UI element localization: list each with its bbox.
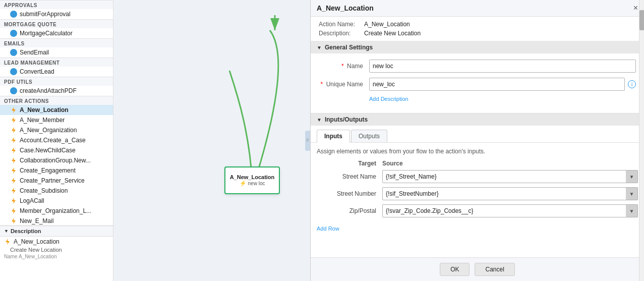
sidebar-section-other-actions: OTHER ACTIONS [0,96,113,105]
sidebar-item-create-partner-service[interactable]: Create_Partner_Service [0,176,113,186]
sidebar-item-label: A_New_Member [20,117,65,124]
sidebar-section-pdf-utils: PDF UTILS [0,77,113,86]
tabs-row: Inputs Outputs [311,126,644,143]
blue-circle-icon [10,49,17,56]
sidebar-item-a-new-member[interactable]: A_New_Member [0,115,113,125]
required-star: * [341,63,344,70]
flow-node-title: A_New_Location [230,174,275,180]
tab-outputs[interactable]: Outputs [351,130,387,142]
required-star: * [321,81,323,88]
source-header: Source [382,160,638,167]
bolt-icon [10,187,17,194]
modal-dialog: A_New_Location × Action Name: A_New_Loca… [310,0,644,281]
general-settings-section-header[interactable]: ▼ General Settings [311,41,644,53]
description-panel-title: Description [11,228,41,234]
assign-text: Assign elements or values from your flow… [317,148,638,155]
sidebar-item-create-engagement[interactable]: Create_Engagement [0,165,113,176]
chevron-down-icon: ▼ [317,117,322,123]
io-field-label-street-name: Street Name [317,173,382,180]
sidebar-item-collaboration-group-new[interactable]: CollaborationGroup.New... [0,155,113,165]
io-section-label: Inputs/Outputs [325,116,368,123]
sidebar-item-label: CollaborationGroup.New... [20,157,91,164]
sidebar-item-log-a-call[interactable]: LogACall [0,196,113,206]
sidebar-item-label: LogACall [20,197,44,204]
bolt-icon [10,117,17,124]
description-item-name-label: Name A_New_Location [0,253,113,260]
sidebar-item-new-e-mail[interactable]: New_E_Mail [0,216,113,226]
ok-button[interactable]: OK [440,263,470,276]
io-field-label-zip-postal: Zip/Postal [317,207,382,214]
svg-marker-7 [12,178,16,184]
sidebar-item-a-new-organization[interactable]: A_New_Organization [0,125,113,135]
svg-marker-3 [12,137,16,143]
svg-marker-0 [12,107,16,113]
modal-close-button[interactable]: × [633,4,638,12]
sidebar-item-label: ConvertLead [20,68,54,75]
tab-inputs[interactable]: Inputs [317,130,350,143]
sidebar-item-label: Account.Create_a_Case [20,137,86,144]
svg-marker-6 [12,167,16,174]
svg-marker-1 [12,117,16,123]
unique-name-input[interactable] [369,78,625,91]
flow-node-a-new-location[interactable]: A_New_Location ⚡ new loc [224,166,280,194]
canvas-resize-handle[interactable]: ⠿ [305,131,310,151]
bolt-icon [4,238,11,245]
name-row: * Name [319,60,636,73]
sidebar-item-label: Create_Partner_Service [20,177,85,184]
sidebar-item-label: SendEmail [20,49,49,56]
blue-circle-icon [10,68,17,75]
modal-scrollbar[interactable] [639,0,644,281]
io-row-zip-postal: Zip/Postal {!svar_Zip_Code.Zip_Codes__c}… [317,204,638,217]
sidebar-item-label: Create_Subdision [20,187,68,194]
chevron-down-icon: ▼ [317,45,322,50]
sidebar-item-sendEmail[interactable]: SendEmail [0,47,113,58]
bolt-icon [10,127,17,134]
svg-marker-9 [12,198,16,204]
io-select-street-name[interactable]: {!sif_Street_Name} [382,170,638,183]
sidebar-item-a-new-location[interactable]: A_New_Location [0,105,113,115]
sidebar-item-create-subdision[interactable]: Create_Subdision [0,186,113,196]
action-name-label: Action Name: [319,21,364,28]
io-select-wrapper-zip-postal: {!svar_Zip_Code.Zip_Codes__c} ▼ [382,204,638,217]
bolt-icon [10,197,17,204]
sidebar-item-account-create-a-case[interactable]: Account.Create_a_Case [0,135,113,145]
io-content: Assign elements or values from your flow… [311,143,644,257]
description-item: A_New_Location [0,237,113,246]
name-label: * Name [319,63,369,70]
cancel-button[interactable]: Cancel [475,263,514,276]
modal-scrollbar-thumb [639,10,644,30]
bolt-icon [10,106,17,114]
io-section-header[interactable]: ▼ Inputs/Outputs [311,114,644,126]
info-icon[interactable]: i [628,80,636,88]
io-select-zip-postal[interactable]: {!svar_Zip_Code.Zip_Codes__c} [382,204,638,217]
description-item-text: Create New Location [0,246,113,253]
sidebar-item-label: Create_Engagement [20,167,76,174]
sidebar-item-label: A_New_Organization [20,127,77,134]
add-row-link[interactable]: Add Row [317,226,339,232]
canvas-area: A_New_Location ⚡ new loc ⠿ [113,0,310,281]
bolt-icon [10,167,17,174]
blue-circle-icon [10,11,17,18]
io-select-wrapper-street-name: {!sif_Street_Name} ▼ [382,170,638,183]
add-description-link[interactable]: Add Description [369,96,408,102]
svg-marker-12 [6,239,10,245]
sidebar-section-approvals: APPROVALS [0,0,113,9]
sidebar-item-createAndAttachPDF[interactable]: createAndAttachPDF [0,86,113,96]
description-panel: ▼ Description A_New_Location Create New … [0,226,113,281]
sidebar-item-mortgageCalculator[interactable]: MortgageCalculator [0,28,113,38]
modal-title: A_New_Location [317,4,374,12]
svg-marker-2 [12,127,16,133]
sidebar-item-member-organization-l[interactable]: Member_Organization_L... [0,206,113,216]
description-header[interactable]: ▼ Description [0,226,113,237]
sidebar-section-emails: EMAILS [0,38,113,47]
bolt-icon [10,137,17,144]
unique-name-row: * Unique Name i [319,78,636,91]
io-select-street-number[interactable]: {!sif_StreetNumber} [382,187,638,200]
chevron-down-icon: ▼ [4,229,9,234]
sidebar-item-convertLead[interactable]: ConvertLead [0,67,113,77]
general-settings-form: * Name * Unique Name i Add Description [311,53,644,114]
sidebar-item-case-new-child-case[interactable]: Case.NewChildCase [0,145,113,155]
name-input[interactable] [369,60,636,73]
sidebar-item-submitForApproval[interactable]: submitForApproval [0,9,113,19]
svg-marker-11 [12,218,16,224]
